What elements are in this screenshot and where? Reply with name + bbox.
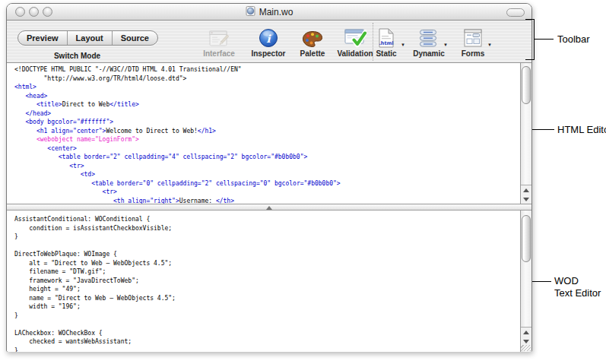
code-line: framework = "JavaDirectToWeb";	[14, 277, 518, 286]
screenshot-stage: Main.wo Preview Layout Source Switch Mod…	[0, 0, 606, 364]
code-line: <!DOCTYPE HTML PUBLIC "-//W3C//DTD HTML …	[14, 65, 518, 74]
forms-icon: ▼	[449, 24, 497, 48]
toolbar-annotation-line	[534, 39, 554, 40]
code-line: <body bgcolor="#ffffff">	[14, 118, 518, 127]
resize-grip[interactable]	[521, 345, 531, 351]
wod-editor-annotation-line	[532, 281, 551, 282]
code-line: <th align="right">Username: </th>	[14, 197, 518, 204]
switch-mode-label: Switch Mode	[17, 52, 137, 60]
code-line: height = "49";	[14, 285, 518, 294]
scrollbar-thumb[interactable]	[522, 66, 531, 104]
scrollbar-thumb[interactable]	[522, 215, 531, 262]
code-line: }	[14, 312, 518, 321]
title-bar[interactable]: Main.wo	[7, 4, 531, 21]
toolbar-bracket-tick-bottom	[525, 59, 535, 60]
static-html-icon: .html ▼	[363, 24, 410, 48]
annotation-html-editor-label: HTML Editor	[557, 124, 606, 135]
toolbar: Preview Layout Source Switch Mode	[7, 21, 531, 63]
code-line: </head>	[14, 109, 518, 119]
static-button[interactable]: .html ▼ Static	[363, 24, 410, 62]
title-group: Main.wo	[7, 4, 531, 21]
code-line: "http://www.w3.org/TR/html4/loose.dtd">	[14, 74, 518, 84]
code-line: <title>Direct to Web</title>	[14, 100, 518, 109]
annotation-toolbar-label: Toolbar	[557, 33, 590, 45]
code-line: <tr>	[14, 188, 518, 197]
code-line: filename = "DTW.gif";	[14, 267, 518, 277]
code-line: <h1 align="center">Welcome to Direct to …	[14, 127, 518, 136]
segment-preview[interactable]: Preview	[18, 31, 68, 45]
annotation-wod-line1: WOD	[554, 275, 601, 287]
segment-layout[interactable]: Layout	[68, 31, 113, 45]
toolbar-pill-button[interactable]	[506, 8, 525, 17]
toolbar-bracket-line	[534, 19, 535, 60]
code-line: AssistantConditional: WOConditional {	[14, 215, 518, 224]
html-editor-pane[interactable]: <!DOCTYPE HTML PUBLIC "-//W3C//DTD HTML …	[7, 63, 531, 204]
palette-button[interactable]: Palette	[289, 24, 336, 62]
annotation-wod-editor-label: WOD Text Editor	[554, 275, 601, 299]
window-title: Main.wo	[259, 7, 293, 17]
dynamic-elements-icon: ▼	[405, 24, 452, 48]
scroll-up-arrow[interactable]	[521, 328, 531, 337]
code-line: LACheckbox: WOCheckBox {	[14, 329, 518, 338]
code-line: <center>	[14, 144, 518, 154]
interface-icon	[195, 24, 243, 48]
code-line: <td>	[14, 170, 518, 179]
svg-text:.html: .html	[379, 40, 393, 46]
palette-label: Palette	[289, 49, 336, 58]
code-line: alt = "Direct to Web – WebObjects 4.5";	[14, 259, 518, 268]
dropdown-arrow-icon: ▼	[443, 43, 448, 47]
html-editor-scrollbar[interactable]	[520, 63, 531, 204]
code-line: <html>	[14, 83, 518, 92]
forms-label: Forms	[449, 49, 497, 58]
segment-source[interactable]: Source	[113, 31, 157, 45]
toolbar-bracket-tick-top	[525, 19, 535, 20]
interface-label: Interface	[195, 49, 243, 58]
code-line: <tr>	[14, 162, 518, 171]
code-line: }	[14, 233, 518, 242]
forms-button[interactable]: ▼ Forms	[449, 24, 497, 62]
code-line: name = "Direct to Web – WebObjects 4.5";	[14, 294, 518, 303]
pane-splitter[interactable]	[7, 204, 531, 210]
switch-mode-control: Preview Layout Source	[17, 30, 158, 46]
wod-source-code[interactable]: AssistantConditional: WOConditional { co…	[14, 215, 518, 352]
document-icon	[246, 5, 255, 19]
code-line: width = "196";	[14, 302, 518, 312]
code-line: <table border="0" cellpadding="2" cellsp…	[14, 179, 518, 188]
splitter-dimple-icon	[266, 206, 272, 210]
html-source-code[interactable]: <!DOCTYPE HTML PUBLIC "-//W3C//DTD HTML …	[14, 65, 518, 204]
annotation-wod-line2: Text Editor	[554, 287, 601, 299]
code-line	[14, 320, 518, 329]
scrollbar-arrows	[521, 327, 531, 346]
wod-text-editor-pane[interactable]: AssistantConditional: WOConditional { co…	[7, 210, 531, 352]
html-editor-annotation-line	[532, 129, 554, 130]
code-line: }	[14, 347, 518, 353]
code-line: condition = isAssistantCheckboxVisible;	[14, 224, 518, 233]
code-line	[14, 242, 518, 251]
palette-icon	[289, 24, 336, 48]
inspector-icon: i	[245, 24, 292, 48]
dynamic-label: Dynamic	[405, 49, 452, 58]
code-line: <table border="2" cellpadding="4" cellsp…	[14, 153, 518, 162]
code-line: <head>	[14, 92, 518, 101]
dropdown-arrow-icon: ▼	[487, 43, 492, 47]
static-label: Static	[363, 49, 410, 58]
scroll-up-arrow[interactable]	[521, 185, 531, 195]
webobjects-builder-window: Main.wo Preview Layout Source Switch Mod…	[6, 3, 532, 352]
scrollbar-arrows	[521, 185, 531, 204]
code-line: checked = wantsWebAssistant;	[14, 337, 518, 347]
code-line: <webobject name="LoginForm">	[14, 135, 518, 144]
interface-button: Interface	[195, 24, 243, 62]
dynamic-button[interactable]: ▼ Dynamic	[405, 24, 452, 62]
code-line: DirectToWebPlaque: WOImage {	[14, 250, 518, 259]
inspector-label: Inspector	[245, 49, 292, 58]
scroll-down-arrow[interactable]	[521, 195, 531, 204]
inspector-button[interactable]: i Inspector	[245, 24, 292, 62]
wod-editor-scrollbar[interactable]	[520, 210, 531, 352]
